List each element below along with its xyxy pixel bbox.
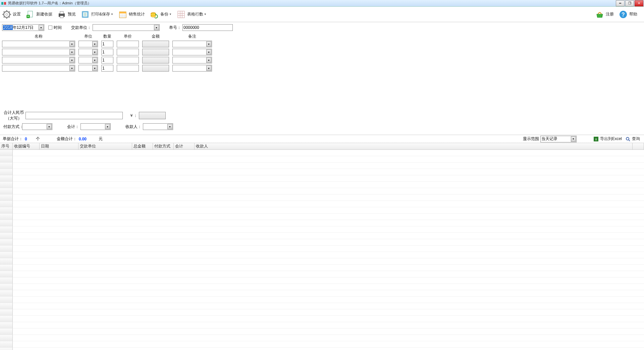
row-header [0, 277, 13, 284]
table-row[interactable] [0, 348, 644, 350]
table-row[interactable] [0, 214, 644, 220]
table-rows-button[interactable]: 表格行数 ▼ [176, 10, 207, 19]
item-amount-input[interactable] [142, 57, 169, 63]
table-row[interactable] [0, 188, 644, 194]
date-picker[interactable]: 2018年12月17日 ▼ [2, 24, 44, 31]
print-save-button[interactable]: 打印&保存 ▼ [80, 10, 113, 19]
preview-button[interactable]: 预览 [57, 10, 76, 19]
table-row[interactable] [0, 163, 644, 169]
svg-line-47 [629, 140, 630, 141]
query-button[interactable]: 查询 [625, 136, 640, 142]
col-payee[interactable]: 收款人 [195, 143, 633, 149]
row-header [0, 214, 13, 220]
item-amount-input[interactable] [142, 65, 169, 72]
item-remark-combo[interactable]: ▼ [172, 65, 212, 72]
item-remark-combo[interactable]: ▼ [172, 57, 212, 63]
col-date[interactable]: 日期 [40, 143, 78, 149]
row-header [0, 175, 13, 182]
settings-button[interactable]: 设置 [2, 10, 21, 19]
export-excel-button[interactable]: x 导出到Excel [593, 136, 622, 142]
minimize-button[interactable]: ━ [616, 0, 625, 6]
item-row: ▼▼▼ [2, 65, 642, 72]
item-qty-input[interactable] [101, 57, 113, 63]
table-row[interactable] [0, 233, 644, 239]
table-row[interactable] [0, 182, 644, 188]
range-combo[interactable]: 当天记录▼ [540, 136, 577, 142]
table-row[interactable] [0, 201, 644, 207]
item-amount-input[interactable] [142, 41, 169, 47]
item-unit-combo[interactable]: ▼ [78, 41, 98, 47]
table-row[interactable] [0, 150, 644, 156]
table-row[interactable] [0, 239, 644, 246]
table-row[interactable] [0, 271, 644, 277]
item-unit-combo[interactable]: ▼ [78, 65, 98, 72]
col-accountant[interactable]: 会计 [174, 143, 195, 149]
item-row: ▼▼▼ [2, 57, 642, 63]
time-checkbox[interactable] [48, 26, 52, 30]
item-qty-input[interactable] [101, 41, 113, 47]
item-qty-input[interactable] [101, 65, 113, 72]
gear-icon [2, 10, 11, 19]
table-row[interactable] [0, 252, 644, 258]
table-row[interactable] [0, 277, 644, 284]
col-receipt-no[interactable]: 收据编号 [13, 143, 40, 149]
table-row[interactable] [0, 284, 644, 290]
table-body[interactable] [0, 150, 644, 350]
chevron-down-icon: ▼ [167, 124, 172, 129]
help-button[interactable]: ? 帮助 [619, 10, 637, 19]
table-row[interactable] [0, 341, 644, 348]
item-price-input[interactable] [117, 49, 139, 55]
table-row[interactable] [0, 297, 644, 303]
backup-button[interactable]: 备份 ▼ [150, 10, 172, 19]
table-row[interactable] [0, 309, 644, 316]
table-row[interactable] [0, 329, 644, 335]
table-row[interactable] [0, 290, 644, 297]
item-name-combo[interactable]: ▼ [2, 57, 75, 63]
col-total[interactable]: 总金额 [132, 143, 153, 149]
docno-input[interactable] [182, 24, 233, 31]
table-row[interactable] [0, 303, 644, 309]
register-button[interactable]: 注册 [595, 10, 614, 19]
item-unit-combo[interactable]: ▼ [78, 49, 98, 55]
table-row[interactable] [0, 322, 644, 329]
payer-combo[interactable]: ▼ [93, 24, 160, 31]
item-name-combo[interactable]: ▼ [2, 65, 75, 72]
table-row[interactable] [0, 175, 644, 182]
pay-method-combo[interactable]: ▼ [22, 123, 52, 130]
row-header [0, 150, 13, 156]
payee-combo[interactable]: ▼ [143, 123, 173, 130]
item-amount-input[interactable] [142, 49, 169, 55]
table-row[interactable] [0, 258, 644, 265]
total-amount-input[interactable] [139, 112, 166, 119]
table-row[interactable] [0, 246, 644, 252]
new-receipt-button[interactable]: + 新建收据 [25, 10, 52, 19]
col-payer[interactable]: 交款单位 [78, 143, 132, 149]
table-row[interactable] [0, 265, 644, 271]
table-row[interactable] [0, 226, 644, 233]
item-price-input[interactable] [117, 41, 139, 47]
col-seq[interactable]: 序号 [0, 143, 13, 149]
table-row[interactable] [0, 335, 644, 341]
item-remark-combo[interactable]: ▼ [172, 49, 212, 55]
item-unit-combo[interactable]: ▼ [78, 57, 98, 63]
accountant-combo[interactable]: ▼ [80, 123, 111, 130]
table-row[interactable] [0, 220, 644, 226]
item-name-combo[interactable]: ▼ [2, 49, 75, 55]
maximize-button[interactable]: ❐ [625, 0, 634, 6]
table-row[interactable] [0, 194, 644, 201]
table-row[interactable] [0, 316, 644, 322]
total-rmb-words-input[interactable] [25, 112, 123, 119]
item-price-input[interactable] [117, 57, 139, 63]
item-name-combo[interactable]: ▼ [2, 41, 75, 47]
table-row[interactable] [0, 169, 644, 175]
item-price-input[interactable] [117, 65, 139, 72]
close-button[interactable]: ✕ [635, 0, 643, 6]
item-qty-input[interactable] [101, 49, 113, 55]
item-remark-combo[interactable]: ▼ [172, 41, 212, 47]
table-row[interactable] [0, 207, 644, 214]
col-paymethod[interactable]: 付款方式 [153, 143, 174, 149]
table-row[interactable] [0, 156, 644, 163]
backup-icon [150, 10, 159, 19]
sales-stats-button[interactable]: 销售统计 [118, 10, 145, 19]
col-name-header: 名称 [2, 34, 75, 39]
